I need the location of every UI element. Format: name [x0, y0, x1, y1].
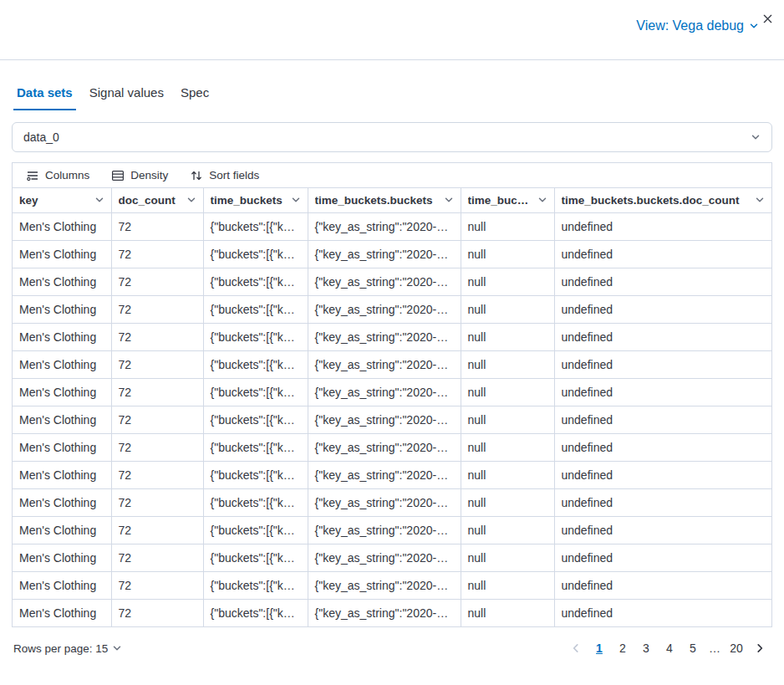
table-row: Men's Clothing72{"buckets":[{"k…{"key_as…: [13, 350, 771, 378]
grid-cell: {"buckets":[{"k…: [203, 544, 308, 571]
grid-cell: undefined: [554, 544, 771, 571]
page-button-3[interactable]: 3: [635, 637, 657, 659]
page-button-2[interactable]: 2: [612, 637, 634, 659]
grid-cell: Men's Clothing: [13, 378, 111, 406]
grid-cell: {"buckets":[{"k…: [203, 599, 308, 626]
column-header-time_buck[interactable]: time_buck…: [461, 188, 554, 212]
grid-cell: 72: [111, 461, 203, 488]
column-header-doc_count[interactable]: doc_count: [111, 188, 203, 212]
table-row: Men's Clothing72{"buckets":[{"k…{"key_as…: [13, 295, 771, 323]
grid-cell: {"key_as_string":"2020-…: [308, 268, 461, 295]
grid-cell: {"key_as_string":"2020-…: [308, 323, 461, 350]
chevron-down-icon[interactable]: [755, 195, 765, 205]
flyout-header: View: Vega debug: [0, 0, 784, 60]
grid-cell: 72: [111, 323, 203, 350]
columns-button[interactable]: Columns: [19, 166, 96, 185]
column-header-label: time_buck…: [468, 194, 534, 207]
dataset-select[interactable]: data_0: [12, 122, 772, 152]
page-button-1[interactable]: 1: [588, 637, 610, 659]
table-row: Men's Clothing72{"buckets":[{"k…{"key_as…: [13, 323, 771, 350]
grid-cell: {"key_as_string":"2020-…: [308, 516, 461, 544]
grid-cell: null: [461, 461, 554, 488]
chevron-down-icon: [751, 132, 761, 142]
column-header-time_buckets[interactable]: time_buckets: [203, 188, 308, 212]
grid-cell: 72: [111, 378, 203, 406]
chevron-down-icon[interactable]: [444, 195, 454, 205]
grid-cell: {"key_as_string":"2020-…: [308, 461, 461, 488]
grid-cell: null: [461, 350, 554, 378]
next-page-icon[interactable]: [749, 637, 771, 659]
grid-cell: undefined: [554, 488, 771, 516]
grid-cell: Men's Clothing: [13, 295, 111, 323]
grid-cell: Men's Clothing: [13, 350, 111, 378]
grid-cell: null: [461, 268, 554, 295]
table-row: Men's Clothing72{"buckets":[{"k…{"key_as…: [13, 571, 771, 599]
grid-cell: 72: [111, 488, 203, 516]
grid-cell: undefined: [554, 378, 771, 406]
grid-cell: Men's Clothing: [13, 599, 111, 626]
grid-cell: {"buckets":[{"k…: [203, 406, 308, 433]
grid-cell: {"buckets":[{"k…: [203, 212, 308, 240]
grid-cell: {"key_as_string":"2020-…: [308, 295, 461, 323]
page-button-4[interactable]: 4: [659, 637, 680, 659]
grid-cell: Men's Clothing: [13, 433, 111, 461]
tab-signal-values[interactable]: Signal values: [86, 85, 167, 110]
chevron-down-icon[interactable]: [94, 195, 104, 205]
column-header-time_buckets.buckets.doc_count[interactable]: time_buckets.buckets.doc_count: [554, 188, 771, 212]
chevron-down-icon[interactable]: [537, 195, 547, 205]
grid-cell: {"buckets":[{"k…: [203, 295, 308, 323]
grid-cell: 72: [111, 433, 203, 461]
grid-cell: undefined: [554, 268, 771, 295]
grid-body: Men's Clothing72{"buckets":[{"k…{"key_as…: [13, 212, 771, 626]
table-row: Men's Clothing72{"buckets":[{"k…{"key_as…: [13, 378, 771, 406]
columns-icon: [26, 169, 39, 182]
grid-cell: Men's Clothing: [13, 461, 111, 488]
page-button-20[interactable]: 20: [725, 637, 747, 659]
dataset-select-value: data_0: [23, 130, 59, 144]
grid-cell: undefined: [554, 323, 771, 350]
tab-data-sets[interactable]: Data sets: [13, 85, 76, 110]
view-selector-button[interactable]: View: Vega debug: [636, 18, 759, 33]
grid-cell: null: [461, 599, 554, 626]
close-icon[interactable]: [759, 10, 776, 27]
chevron-down-icon[interactable]: [186, 195, 196, 205]
grid-cell: 72: [111, 571, 203, 599]
grid-cell: {"buckets":[{"k…: [203, 461, 308, 488]
grid-cell: {"key_as_string":"2020-…: [308, 433, 461, 461]
grid-cell: {"key_as_string":"2020-…: [308, 488, 461, 516]
grid-cell: {"key_as_string":"2020-…: [308, 240, 461, 268]
column-header-label: time_buckets.buckets.doc_count: [562, 194, 740, 207]
column-header-time_buckets.buckets[interactable]: time_buckets.buckets: [308, 188, 461, 212]
grid-cell: 72: [111, 516, 203, 544]
tab-spec[interactable]: Spec: [177, 85, 212, 110]
sort-fields-label: Sort fields: [209, 169, 259, 181]
previous-page-icon[interactable]: [565, 637, 587, 659]
grid-cell: {"key_as_string":"2020-…: [308, 212, 461, 240]
grid-cell: {"buckets":[{"k…: [203, 433, 308, 461]
grid-cell: 72: [111, 544, 203, 571]
grid-cell: 72: [111, 295, 203, 323]
grid-header-row: keydoc_counttime_bucketstime_buckets.buc…: [13, 188, 771, 212]
grid-cell: null: [461, 212, 554, 240]
table-row: Men's Clothing72{"buckets":[{"k…{"key_as…: [13, 433, 771, 461]
page-button-5[interactable]: 5: [682, 637, 704, 659]
column-header-key[interactable]: key: [13, 188, 111, 212]
table-row: Men's Clothing72{"buckets":[{"k…{"key_as…: [13, 212, 771, 240]
sort-fields-button[interactable]: Sort fields: [183, 166, 266, 185]
table-row: Men's Clothing72{"buckets":[{"k…{"key_as…: [13, 268, 771, 295]
pagination: 12345…20: [565, 637, 771, 659]
grid-cell: null: [461, 240, 554, 268]
chevron-down-icon[interactable]: [291, 195, 301, 205]
pagination-ellipsis: …: [705, 642, 724, 655]
grid-footer: Rows per page: 15 12345…20: [0, 627, 784, 659]
vega-debug-flyout: { "colors": { "accent": "#0071c2", "bord…: [0, 0, 784, 685]
rows-per-page-button[interactable]: Rows per page: 15: [13, 642, 122, 655]
table-row: Men's Clothing72{"buckets":[{"k…{"key_as…: [13, 516, 771, 544]
column-header-label: key: [19, 194, 38, 207]
rows-per-page-label: Rows per page: 15: [13, 642, 108, 655]
grid-toolbar: ColumnsDensitySort fields: [13, 163, 771, 188]
density-icon: [111, 169, 125, 182]
density-button[interactable]: Density: [104, 166, 175, 185]
grid-cell: {"buckets":[{"k…: [203, 378, 308, 406]
grid-cell: null: [461, 488, 554, 516]
